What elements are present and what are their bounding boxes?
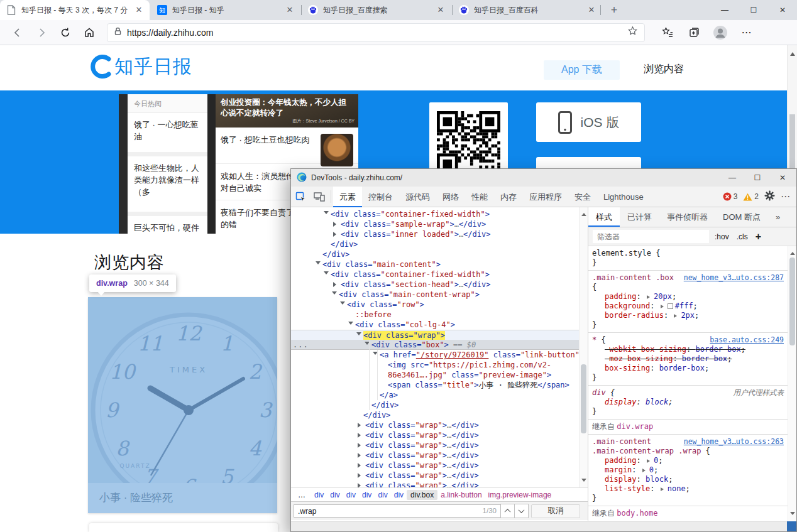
devtools-menu-icon[interactable]: ⋯ (781, 191, 790, 202)
tree-row[interactable]: 86e3461….jpg" class="preview-image"> (291, 370, 580, 380)
expand-arrow-icon[interactable] (324, 211, 329, 217)
tree-row[interactable]: <div class="main-content-wrap"> (291, 290, 580, 300)
collapse-arrow-icon[interactable] (333, 282, 339, 287)
warning-badge[interactable]: 2 (743, 192, 759, 201)
scrollbar-down-icon[interactable] (790, 512, 795, 518)
minimize-button[interactable]: — (710, 0, 739, 20)
tree-row[interactable]: <div class="container-fixed-width"> (291, 209, 580, 219)
breadcrumb-item[interactable]: … (295, 490, 309, 500)
scrollbar-down-icon[interactable] (581, 479, 586, 484)
expand-arrow-icon[interactable] (340, 301, 345, 307)
tree-row[interactable]: <div class="sample-wrap">…</div> (291, 219, 580, 229)
inspect-element-icon[interactable] (291, 187, 310, 207)
sidebar-tab-已计算[interactable]: 已计算 (620, 207, 659, 227)
breadcrumb-item[interactable]: div (391, 490, 407, 500)
css-property[interactable]: display: block; (592, 398, 784, 407)
stylesheet-link[interactable]: base.auto.css:249 (710, 335, 784, 345)
cancel-search-button[interactable]: 取消 (531, 504, 580, 518)
app-download-link[interactable]: App 下载 (544, 60, 620, 80)
inherited-selector[interactable]: div.wrap (617, 422, 653, 431)
expand-arrow-icon[interactable] (316, 261, 321, 267)
sidebar-tab-»[interactable]: » (768, 207, 788, 227)
devtools-tab-Lighthouse[interactable]: Lighthouse (597, 187, 650, 207)
pseudo-state-button[interactable]: + (756, 231, 761, 242)
favorites-bar-icon[interactable] (657, 23, 678, 43)
collapse-arrow-icon[interactable] (358, 423, 363, 428)
tree-row[interactable]: <div class="wrap">…</div> (291, 420, 580, 430)
css-property[interactable]: list-style: none; (592, 484, 784, 494)
tree-row[interactable]: <img src="https://pic1.zhimg.com/v2- (291, 360, 580, 370)
breadcrumb-item[interactable]: a.link-button (437, 490, 485, 500)
story-card[interactable]: 121234567891011 TIMEX QUARTZ 小事 · 险些猝死 (88, 297, 277, 513)
devtools-tab-元素[interactable]: 元素 (333, 187, 362, 207)
devtools-tab-内存[interactable]: 内存 (494, 187, 523, 207)
expand-arrow-icon[interactable] (324, 271, 329, 277)
more-actions-icon[interactable]: ... (293, 340, 309, 350)
devtools-maximize-button[interactable]: ☐ (745, 169, 770, 187)
url-text[interactable]: https://daily.zhihu.com (127, 28, 622, 38)
breadcrumb-item[interactable]: div (311, 490, 327, 500)
inherited-selector[interactable]: body.home (617, 509, 657, 518)
forward-icon[interactable] (31, 23, 52, 43)
styles-scrollbar[interactable] (788, 246, 796, 521)
rule-selector[interactable]: .main-content .box (592, 273, 674, 282)
pseudo-state-button[interactable]: .cls (737, 232, 748, 241)
tree-row[interactable]: <div class="wrap"> (291, 330, 580, 340)
css-property[interactable]: display: block; (592, 475, 784, 484)
devtools-tab-性能[interactable]: 性能 (465, 187, 494, 207)
breadcrumb-item[interactable]: div (359, 490, 375, 500)
elements-scrollbar[interactable] (579, 207, 588, 487)
tree-row[interactable]: <div class="wrap">…</div> (291, 460, 580, 470)
zhihu-daily-logo[interactable]: 知乎日报 (88, 53, 192, 80)
today-news-item[interactable]: 和这些生物比，人类能力就像渣一样（多 (128, 156, 207, 212)
collapse-arrow-icon[interactable] (358, 453, 363, 458)
find-input[interactable] (294, 504, 501, 518)
tree-row[interactable]: <div class="col-lg-4"> (291, 320, 580, 330)
breadcrumb-item[interactable]: div.box (407, 490, 437, 500)
device-toolbar-icon[interactable] (310, 187, 329, 207)
devtools-close-button[interactable]: ✕ (770, 169, 795, 187)
tree-row[interactable]: </div> (291, 400, 580, 410)
tab-close-icon[interactable]: ✕ (435, 4, 446, 16)
devtools-tab-控制台[interactable]: 控制台 (362, 187, 399, 207)
scroll-up-icon[interactable] (790, 50, 795, 56)
browser-tab[interactable]: 知知乎日报 - 知乎✕ (151, 0, 300, 20)
refresh-icon[interactable] (55, 23, 75, 43)
sidebar-tab-DOM 断点[interactable]: DOM 断点 (715, 207, 768, 227)
tab-close-icon[interactable]: ✕ (586, 4, 597, 16)
ios-download-button[interactable]: iOS 版 (536, 102, 641, 142)
back-icon[interactable] (8, 23, 28, 43)
browser-tab[interactable]: 知乎日报_百度百科✕ (453, 0, 602, 20)
css-property[interactable]: background: #fff; (592, 301, 784, 311)
stylesheet-link[interactable]: new_home_v3…uto.css:287 (684, 273, 784, 283)
breadcrumb-item[interactable]: div (327, 490, 343, 500)
home-icon[interactable] (79, 23, 99, 43)
css-property[interactable]: box-sizing: border-box; (592, 364, 784, 373)
tab-close-icon[interactable]: ✕ (133, 4, 145, 16)
scrollbar-up-icon[interactable] (790, 249, 795, 255)
stylesheet-link[interactable]: new_home_v3…uto.css:263 (684, 437, 784, 447)
tree-row[interactable]: <div class="wrap">…</div> (291, 470, 580, 480)
css-property[interactable]: padding: 20px; (592, 292, 784, 301)
rule-selector[interactable]: element.style (592, 249, 651, 258)
expand-arrow-icon[interactable] (348, 322, 353, 327)
breadcrumb-item[interactable]: div (375, 490, 390, 500)
maximize-button[interactable]: ☐ (739, 0, 768, 20)
phone-story-row[interactable]: 饿了 · 想吃土豆也想吃肉 (216, 128, 358, 164)
tree-row[interactable]: <div class="row"> (291, 300, 580, 310)
error-badge[interactable]: 3 (723, 192, 738, 201)
today-news-item[interactable]: 饿了 · 一心想吃葱油 (128, 113, 207, 152)
expand-arrow-icon[interactable] (356, 332, 361, 338)
breadcrumb-item[interactable]: div (343, 490, 359, 500)
devtools-tab-源代码[interactable]: 源代码 (399, 187, 436, 207)
collections-icon[interactable] (684, 23, 704, 43)
tree-row[interactable]: ...<div class="box"> == $0 (291, 340, 580, 350)
rule-selector[interactable]: * (592, 335, 596, 344)
tree-row[interactable]: <div class="section-head">…</div> (291, 280, 580, 290)
devtools-tab-网络[interactable]: 网络 (436, 187, 465, 207)
profile-avatar[interactable] (710, 23, 730, 43)
scrollbar-up-icon[interactable] (581, 210, 586, 216)
devtools-tab-安全[interactable]: 安全 (568, 187, 597, 207)
tree-row[interactable]: <a href="/story/9726019" class="link-but… (291, 350, 580, 360)
tab-close-icon[interactable]: ✕ (284, 4, 295, 16)
